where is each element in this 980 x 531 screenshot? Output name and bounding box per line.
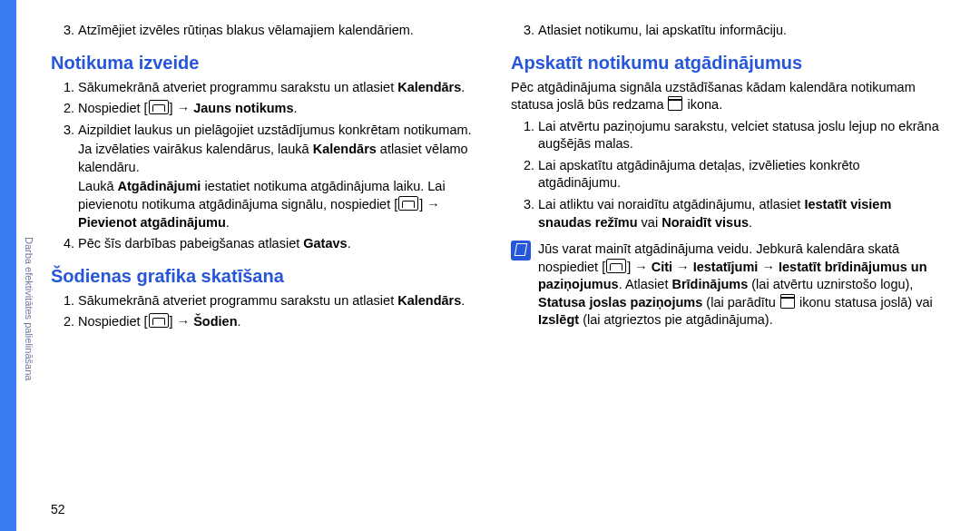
two-column-layout: Atzīmējiet izvēles rūtiņas blakus vēlama… (51, 18, 944, 513)
sub-paragraph: Laukā Atgādinājumi iestatiet notikuma at… (78, 178, 484, 231)
menu-key-icon (149, 100, 169, 114)
note-icon (511, 241, 531, 261)
heading-view-reminders: Apskatīt notikumu atgādinājumus (511, 53, 944, 74)
note-text: Jūs varat mainīt atgādinājuma veidu. Jeb… (538, 241, 944, 329)
continued-ordered-list: Atlasiet notikumu, lai apskatītu informā… (511, 22, 944, 40)
intro-paragraph: Pēc atgādinājuma signāla uzstādīšanas kā… (511, 79, 944, 114)
view-reminders-steps: Lai atvērtu paziņojumu sarakstu, velciet… (511, 118, 944, 231)
list-item: Lai apskatītu atgādinājuma detaļas, izvē… (538, 157, 944, 192)
column-left: Atzīmējiet izvēles rūtiņas blakus vēlama… (51, 18, 484, 513)
sub-paragraph: Ja izvēlaties vairākus kalendārus, laukā… (78, 141, 484, 176)
menu-key-icon (606, 259, 626, 273)
list-item: Lai atvērtu paziņojumu sarakstu, velciet… (538, 118, 944, 153)
column-right: Atlasiet notikumu, lai apskatītu informā… (511, 18, 944, 513)
list-item: Atzīmējiet izvēles rūtiņas blakus vēlama… (78, 22, 484, 40)
list-item: Nospiediet [] → Šodien. (78, 313, 484, 331)
list-item: Atlasiet notikumu, lai apskatītu informā… (538, 22, 944, 40)
heading-today-schedule: Šodienas grafika skatīšana (51, 266, 484, 287)
calendar-indicator-icon (668, 96, 682, 111)
list-item: Sākumekrānā atveriet programmu sarakstu … (78, 292, 484, 310)
menu-key-icon (149, 313, 169, 328)
list-item: Pēc šīs darbības pabeigšanas atlasiet Ga… (78, 235, 484, 253)
section-vertical-label: Darba efektivitātes palielināšana (22, 191, 36, 427)
intro-ordered-list: Atzīmējiet izvēles rūtiņas blakus vēlama… (51, 22, 484, 40)
create-event-steps: Sākumekrānā atveriet programmu sarakstu … (51, 79, 484, 253)
heading-create-event: Notikuma izveide (51, 53, 484, 74)
menu-key-icon (398, 196, 418, 211)
note-callout: Jūs varat mainīt atgādinājuma veidu. Jeb… (511, 241, 944, 329)
list-item: Sākumekrānā atveriet programmu sarakstu … (78, 79, 484, 97)
list-item: Lai atliktu vai noraidītu atgādinājumu, … (538, 196, 944, 231)
left-color-bar (0, 0, 16, 531)
today-schedule-steps: Sākumekrānā atveriet programmu sarakstu … (51, 292, 484, 331)
calendar-indicator-icon (780, 294, 795, 309)
manual-page: Darba efektivitātes palielināšana Atzīmē… (0, 0, 980, 531)
list-item: Nospiediet [] → Jauns notikums. (78, 100, 484, 118)
page-number: 52 (51, 502, 65, 516)
list-item: Aizpildiet laukus un pielāgojiet uzstādī… (78, 122, 484, 231)
